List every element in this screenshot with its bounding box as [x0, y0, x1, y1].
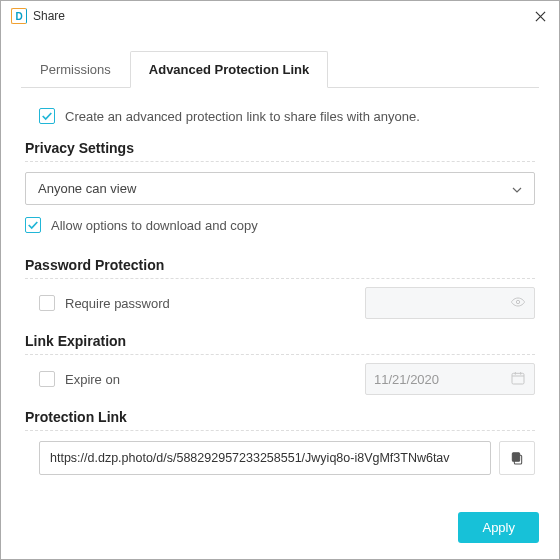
window-title: Share	[33, 9, 65, 23]
allow-download-label: Allow options to download and copy	[51, 218, 258, 233]
protection-link-value: https://d.dzp.photo/d/s/5882929572332585…	[50, 451, 450, 465]
panel-advanced: Create an advanced protection link to sh…	[21, 88, 539, 475]
privacy-settings-title: Privacy Settings	[25, 140, 535, 162]
protection-link-title: Protection Link	[25, 409, 535, 431]
app-icon: D	[11, 8, 27, 24]
tab-permissions[interactable]: Permissions	[21, 51, 130, 88]
require-password-checkbox[interactable]	[39, 295, 55, 311]
close-button[interactable]	[531, 7, 549, 25]
svg-rect-3	[512, 453, 519, 462]
chevron-down-icon	[512, 181, 522, 196]
check-icon	[41, 110, 53, 122]
expiration-row: Expire on 11/21/2020	[25, 363, 535, 395]
link-expiration-title: Link Expiration	[25, 333, 535, 355]
privacy-select[interactable]: Anyone can view	[25, 172, 535, 205]
footer: Apply	[1, 498, 559, 559]
password-input[interactable]	[365, 287, 535, 319]
create-link-row: Create an advanced protection link to sh…	[25, 102, 535, 130]
require-password-label: Require password	[65, 296, 170, 311]
create-link-label: Create an advanced protection link to sh…	[65, 109, 420, 124]
titlebar: D Share	[1, 1, 559, 32]
svg-point-0	[516, 300, 519, 303]
expire-on-checkbox[interactable]	[39, 371, 55, 387]
tab-advanced-protection-link[interactable]: Advanced Protection Link	[130, 51, 328, 88]
expire-on-label: Expire on	[65, 372, 120, 387]
expire-date-input[interactable]: 11/21/2020	[365, 363, 535, 395]
calendar-icon	[510, 370, 526, 389]
tabs: Permissions Advanced Protection Link	[21, 50, 539, 88]
privacy-select-value: Anyone can view	[38, 181, 136, 196]
svg-rect-1	[512, 373, 524, 384]
check-icon	[27, 219, 39, 231]
copy-icon	[509, 450, 525, 466]
share-dialog: D Share Permissions Advanced Protection …	[0, 0, 560, 560]
copy-link-button[interactable]	[499, 441, 535, 475]
apply-button[interactable]: Apply	[458, 512, 539, 543]
protection-link-input[interactable]: https://d.dzp.photo/d/s/5882929572332585…	[39, 441, 491, 475]
password-protection-title: Password Protection	[25, 257, 535, 279]
create-link-checkbox[interactable]	[39, 108, 55, 124]
eye-icon	[510, 294, 526, 313]
expire-date-value: 11/21/2020	[374, 372, 439, 387]
allow-download-checkbox[interactable]	[25, 217, 41, 233]
protection-link-row: https://d.dzp.photo/d/s/5882929572332585…	[25, 441, 535, 475]
content: Permissions Advanced Protection Link Cre…	[1, 32, 559, 498]
allow-download-row: Allow options to download and copy	[25, 211, 535, 239]
close-icon	[535, 11, 546, 22]
password-row: Require password	[25, 287, 535, 319]
